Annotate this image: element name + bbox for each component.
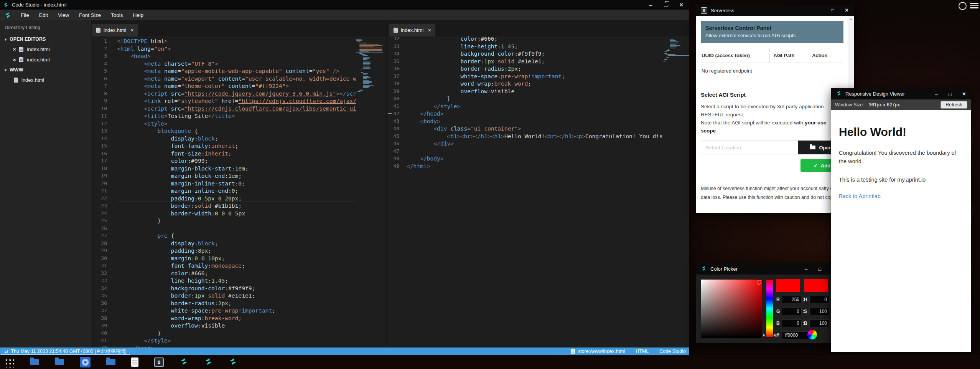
code-line[interactable]: <html lang="en"> xyxy=(117,45,356,53)
status-file-path[interactable]: store:/www/index.html xyxy=(571,349,625,354)
code-line[interactable]: overflow:visible xyxy=(117,322,356,329)
code-line[interactable]: border-width:0 0 0 5px xyxy=(117,210,356,217)
code-line[interactable]: <title>Testing Site</title> xyxy=(117,112,356,120)
code-line[interactable] xyxy=(407,147,663,155)
hue-marker-right[interactable] xyxy=(773,334,776,337)
color-wheel-icon[interactable] xyxy=(807,330,817,339)
code-line[interactable]: </html> xyxy=(407,162,663,170)
restore-icon[interactable] xyxy=(664,3,668,7)
code-line[interactable]: margin-inline-end:0; xyxy=(117,187,356,195)
close-icon[interactable]: × xyxy=(680,3,683,7)
menu-view[interactable]: View xyxy=(53,10,74,20)
maximize-icon[interactable]: □ xyxy=(831,8,834,13)
code-line[interactable]: color:#999; xyxy=(117,157,356,165)
minimize-icon[interactable]: – xyxy=(649,3,652,7)
minimize-icon[interactable]: – xyxy=(805,266,807,272)
sidebar-section-open-editors[interactable]: ▾ OPEN EDITORS xyxy=(0,34,91,44)
code-line[interactable]: color:#666; xyxy=(117,270,356,277)
code-line[interactable]: <head> xyxy=(117,52,356,60)
code-editor[interactable]: color:#666; line-height:1.45; background… xyxy=(404,36,663,347)
code-line[interactable]: border:solid #b1b1b1; xyxy=(117,202,356,210)
open-editor-item[interactable]: × index.html xyxy=(0,44,91,55)
status-datetime[interactable]: ⇄ Thu May 11 2023 21:54:48 GMT+0800 (台北標… xyxy=(1,348,130,355)
saturation-square[interactable] xyxy=(701,279,762,338)
code-line[interactable]: background-color:#f9f9f9; xyxy=(407,50,663,58)
menu-help[interactable]: Help xyxy=(128,10,149,20)
disc-app-icon[interactable] xyxy=(80,357,91,367)
code-line[interactable]: <link rel="stylesheet" href="https://cdn… xyxy=(117,97,356,105)
maximize-icon[interactable]: □ xyxy=(818,266,821,272)
code-studio-app-icon[interactable] xyxy=(229,357,237,367)
code-line[interactable]: padding:0 5px 0 20px; xyxy=(117,195,356,202)
folder-icon[interactable] xyxy=(55,359,64,365)
code-studio-app-icon[interactable] xyxy=(204,357,213,367)
refresh-button[interactable]: Refresh xyxy=(940,101,967,109)
code-line[interactable]: blockquote { xyxy=(117,127,356,135)
code-line[interactable]: <script src="https://code.jquery.com/jqu… xyxy=(117,90,356,98)
code-line[interactable]: font-size:inherit; xyxy=(117,150,356,157)
sidebar-section-www[interactable]: ▾ WWW xyxy=(0,65,91,75)
minimize-icon[interactable]: – xyxy=(818,8,820,13)
close-icon[interactable]: × xyxy=(845,8,848,13)
serverless-app-icon[interactable]: 0 xyxy=(154,357,164,367)
b-value-field[interactable]: 0 xyxy=(782,319,802,327)
menu-file[interactable]: File xyxy=(16,10,34,20)
code-line[interactable]: border:1px solid #e1e1e1; xyxy=(407,58,663,65)
tree-file-item[interactable]: index.html xyxy=(0,75,91,85)
minimap[interactable] xyxy=(356,36,386,347)
status-language[interactable]: HTML xyxy=(636,349,649,354)
code-line[interactable]: pre { xyxy=(117,232,356,240)
code-line[interactable]: white-space:pre-wrap!important; xyxy=(117,307,356,314)
code-line[interactable]: </style> xyxy=(407,103,663,110)
main-title-bar[interactable]: Code Studio - index.html – × xyxy=(0,0,689,10)
code-line[interactable]: border:1px solid #e1e1e1; xyxy=(117,292,356,300)
code-line[interactable]: color:#666; xyxy=(407,36,663,43)
menu-tools[interactable]: Tools xyxy=(106,10,128,20)
brightness-value-field[interactable]: 100 xyxy=(809,319,829,327)
code-line[interactable]: <body> xyxy=(407,117,663,125)
serverless-title-bar[interactable]: 0 Serverless – □ × xyxy=(696,5,854,16)
folder-icon[interactable] xyxy=(106,359,115,365)
close-tab-icon[interactable]: × xyxy=(428,28,431,33)
code-line[interactable]: word-wrap:break-word; xyxy=(117,314,356,322)
scroll-up-icon[interactable]: ▲ xyxy=(848,17,854,21)
h-value-field[interactable]: 0 xyxy=(809,296,829,303)
code-line[interactable]: line-height:1.45; xyxy=(407,43,663,50)
loading-ring-icon[interactable] xyxy=(959,2,967,10)
app-launcher-icon[interactable] xyxy=(4,357,14,367)
code-line[interactable]: </head> xyxy=(117,344,356,348)
code-line[interactable]: background-color:#f9f9f9; xyxy=(117,285,356,292)
code-line[interactable]: <script src="https://cdnjs.cloudflare.co… xyxy=(117,105,356,113)
code-line[interactable]: <style> xyxy=(117,120,356,127)
code-line[interactable]: word-wrap:break-word; xyxy=(407,80,663,88)
code-line[interactable]: margin-block-end:1em; xyxy=(117,172,356,180)
code-line[interactable]: </style> xyxy=(117,337,356,344)
code-line[interactable]: </head> xyxy=(407,110,663,117)
code-line[interactable]: <meta charset="UTF-8"> xyxy=(117,60,356,68)
code-line[interactable]: margin:0 0 10px; xyxy=(117,255,356,262)
code-line[interactable]: border-radius:2px; xyxy=(407,65,663,73)
code-line[interactable]: <meta name="theme-color" content="#ff922… xyxy=(117,82,356,90)
file-app-icon[interactable] xyxy=(131,357,138,367)
folder-icon[interactable] xyxy=(30,359,39,365)
code-line[interactable]: margin-inline-start:0; xyxy=(117,180,356,187)
viewer-title-bar[interactable]: Responsive Design Viewer – □ × xyxy=(831,88,971,99)
tab-index-html[interactable]: index.html × xyxy=(389,24,435,36)
close-file-icon[interactable]: × xyxy=(13,47,16,52)
tab-index-html[interactable]: index.html × xyxy=(92,24,138,36)
code-line[interactable]: display:block; xyxy=(117,240,356,247)
code-line[interactable]: <meta name="viewport" content="user-scal… xyxy=(117,75,356,83)
code-line[interactable]: border-radius:2px; xyxy=(117,300,356,307)
code-line[interactable]: white-space:pre-wrap!important; xyxy=(407,73,663,80)
code-editor[interactable]: <!DOCTYPE html><html lang="en"> <head> <… xyxy=(115,36,356,347)
code-line[interactable]: <meta name="apple-mobile-web-app-capable… xyxy=(117,67,356,75)
code-studio-app-icon[interactable] xyxy=(180,357,188,367)
code-line[interactable]: </div> xyxy=(407,140,663,147)
close-icon[interactable]: × xyxy=(962,92,966,96)
hue-slider[interactable] xyxy=(766,279,773,338)
code-line[interactable]: <!DOCTYPE html> xyxy=(117,37,356,45)
hamburger-menu-icon[interactable] xyxy=(970,3,978,8)
minimap[interactable] xyxy=(663,36,689,347)
hue-marker-left[interactable] xyxy=(763,334,765,337)
code-line[interactable] xyxy=(117,225,356,232)
